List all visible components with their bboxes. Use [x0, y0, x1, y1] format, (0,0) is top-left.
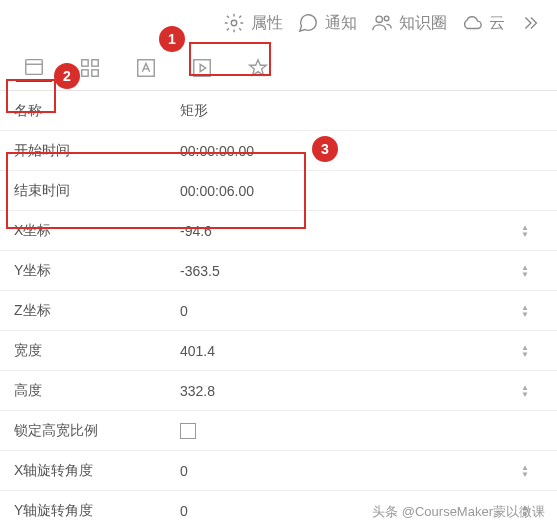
label-roty: Y轴旋转角度 — [0, 502, 180, 520]
value-start-time[interactable]: 00:00:00.00 — [180, 143, 557, 159]
stepper-width[interactable]: ▲▼ — [521, 344, 539, 358]
row-start-time: 开始时间 00:00:00.00 — [0, 131, 557, 171]
row-name: 名称 矩形 — [0, 91, 557, 131]
tab-star[interactable] — [240, 54, 276, 82]
callout-3: 3 — [312, 136, 338, 162]
value-name[interactable]: 矩形 — [180, 102, 557, 120]
value-z[interactable]: 0 — [180, 303, 521, 319]
sub-tabbar — [0, 46, 557, 91]
value-end-time[interactable]: 00:00:06.00 — [180, 183, 557, 199]
chat-icon — [297, 12, 319, 34]
callout-2: 2 — [54, 63, 80, 89]
callout-1: 1 — [159, 26, 185, 52]
svg-rect-7 — [82, 70, 88, 76]
text-icon — [135, 57, 157, 79]
tab-properties[interactable]: 属性 — [223, 12, 283, 34]
property-table: 名称 矩形 开始时间 00:00:00.00 结束时间 00:00:06.00 … — [0, 91, 557, 527]
gear-icon — [223, 12, 245, 34]
row-z: Z坐标 0▲▼ — [0, 291, 557, 331]
label-name: 名称 — [0, 102, 180, 120]
tab-layout[interactable] — [16, 54, 52, 82]
star-icon — [247, 57, 269, 79]
row-width: 宽度 401.4▲▼ — [0, 331, 557, 371]
stepper-rotx[interactable]: ▲▼ — [521, 464, 539, 478]
label-y: Y坐标 — [0, 262, 180, 280]
svg-rect-3 — [26, 60, 43, 75]
row-lock-aspect: 锁定高宽比例 — [0, 411, 557, 451]
label-start-time: 开始时间 — [0, 142, 180, 160]
tab-knowledge[interactable]: 知识圈 — [371, 12, 447, 34]
row-rotx: X轴旋转角度 0▲▼ — [0, 451, 557, 491]
svg-rect-5 — [82, 60, 88, 66]
svg-point-0 — [231, 20, 237, 26]
tab-notifications-label: 通知 — [325, 13, 357, 34]
play-icon — [191, 57, 213, 79]
stepper-height[interactable]: ▲▼ — [521, 384, 539, 398]
row-end-time: 结束时间 00:00:06.00 — [0, 171, 557, 211]
svg-rect-8 — [92, 70, 98, 76]
value-height[interactable]: 332.8 — [180, 383, 521, 399]
svg-rect-10 — [194, 60, 211, 77]
chevrons-right-icon — [519, 12, 541, 34]
more-button[interactable] — [519, 12, 541, 34]
tab-play[interactable] — [184, 54, 220, 82]
cloud-icon — [461, 12, 483, 34]
tab-knowledge-label: 知识圈 — [399, 13, 447, 34]
svg-point-2 — [384, 16, 389, 21]
label-lock-aspect: 锁定高宽比例 — [0, 422, 180, 440]
users-icon — [371, 12, 393, 34]
row-height: 高度 332.8▲▼ — [0, 371, 557, 411]
row-y: Y坐标 -363.5▲▼ — [0, 251, 557, 291]
watermark: 头条 @CourseMaker蒙以微课 — [372, 503, 545, 521]
stepper-z[interactable]: ▲▼ — [521, 304, 539, 318]
svg-point-1 — [376, 16, 382, 22]
grid-icon — [79, 57, 101, 79]
value-x[interactable]: -94.6 — [180, 223, 521, 239]
value-y[interactable]: -363.5 — [180, 263, 521, 279]
label-height: 高度 — [0, 382, 180, 400]
tab-properties-label: 属性 — [251, 13, 283, 34]
label-x: X坐标 — [0, 222, 180, 240]
tab-cloud[interactable]: 云 — [461, 12, 505, 34]
label-end-time: 结束时间 — [0, 182, 180, 200]
stepper-y[interactable]: ▲▼ — [521, 264, 539, 278]
window-icon — [23, 56, 45, 78]
tab-notifications[interactable]: 通知 — [297, 12, 357, 34]
row-x: X坐标 -94.6▲▼ — [0, 211, 557, 251]
tab-text[interactable] — [128, 54, 164, 82]
label-rotx: X轴旋转角度 — [0, 462, 180, 480]
stepper-x[interactable]: ▲▼ — [521, 224, 539, 238]
label-z: Z坐标 — [0, 302, 180, 320]
svg-rect-6 — [92, 60, 98, 66]
tab-cloud-label: 云 — [489, 13, 505, 34]
label-width: 宽度 — [0, 342, 180, 360]
value-rotx[interactable]: 0 — [180, 463, 521, 479]
checkbox-lock-aspect[interactable] — [180, 423, 196, 439]
top-bar: 属性 通知 知识圈 云 — [0, 0, 557, 46]
value-width[interactable]: 401.4 — [180, 343, 521, 359]
